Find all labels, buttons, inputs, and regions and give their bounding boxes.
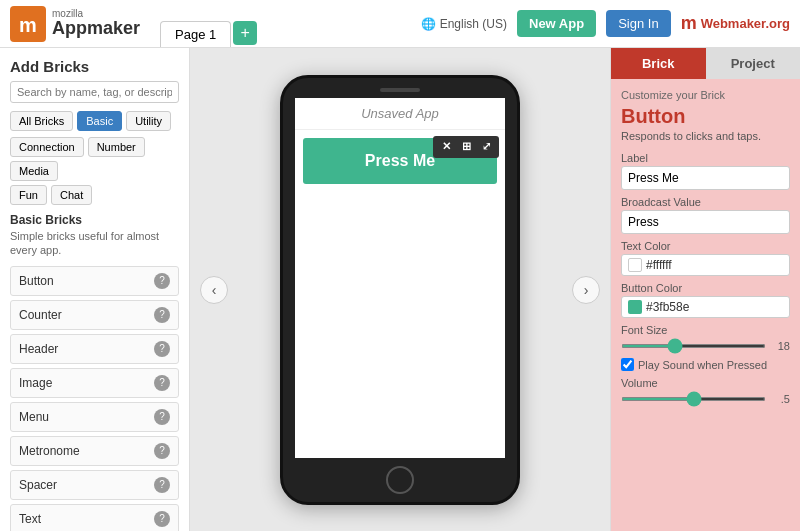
brick-move-button[interactable]: ⤢ (477, 138, 495, 156)
new-app-button[interactable]: New App (517, 10, 596, 37)
component-desc: Responds to clicks and taps. (621, 130, 790, 142)
phone-screen: Unsaved App Press Me ✕ ⊞ ⤢ (295, 98, 505, 458)
brick-metronome[interactable]: Metronome ? (10, 436, 179, 466)
brick-spacer[interactable]: Spacer ? (10, 470, 179, 500)
filter-row-1: All Bricks Basic Utility (10, 111, 179, 131)
brick-metronome-label: Metronome (19, 444, 80, 458)
topbar: m mozilla Appmaker Page 1 + 🌐 English (U… (0, 0, 800, 48)
brick-image-help[interactable]: ? (154, 375, 170, 391)
connection-indicator (503, 270, 505, 286)
volume-slider[interactable] (621, 397, 766, 401)
language-selector[interactable]: 🌐 English (US) (421, 17, 507, 31)
play-sound-label: Play Sound when Pressed (638, 359, 767, 371)
play-sound-checkbox[interactable] (621, 358, 634, 371)
right-panel: Brick Project Customize your Brick Butto… (610, 48, 800, 531)
brick-button-help[interactable]: ? (154, 273, 170, 289)
font-size-label: Font Size (621, 324, 790, 336)
brick-toolbar: ✕ ⊞ ⤢ (433, 136, 499, 158)
brick-header[interactable]: Header ? (10, 334, 179, 364)
button-color-field (621, 296, 790, 318)
center-area: ‹ Unsaved App Press Me ✕ ⊞ ⤢ › (190, 48, 610, 531)
brick-text-label: Text (19, 512, 41, 526)
phone-speaker (380, 88, 420, 92)
volume-label: Volume (621, 377, 790, 389)
brick-menu-help[interactable]: ? (154, 409, 170, 425)
text-color-field (621, 254, 790, 276)
brick-close-button[interactable]: ✕ (437, 138, 455, 156)
filter-chat[interactable]: Chat (51, 185, 92, 205)
brick-text-help[interactable]: ? (154, 511, 170, 527)
customize-subtitle: Customize your Brick (621, 89, 790, 101)
appmaker-label: Appmaker (52, 19, 140, 39)
svg-text:m: m (19, 14, 37, 36)
component-name: Button (621, 105, 790, 128)
brick-header-help[interactable]: ? (154, 341, 170, 357)
filter-fun[interactable]: Fun (10, 185, 47, 205)
brick-counter-help[interactable]: ? (154, 307, 170, 323)
main-layout: Add Bricks All Bricks Basic Utility Conn… (0, 48, 800, 531)
page-tab[interactable]: Page 1 (160, 21, 231, 47)
sign-in-button[interactable]: Sign In (606, 10, 670, 37)
left-arrow-icon: ‹ (212, 282, 217, 298)
filter-utility[interactable]: Utility (126, 111, 171, 131)
play-sound-row: Play Sound when Pressed (621, 358, 790, 371)
app-title: Unsaved App (295, 98, 505, 130)
text-color-field-label: Text Color (621, 240, 790, 252)
filter-basic[interactable]: Basic (77, 111, 122, 131)
button-brick[interactable]: Press Me ✕ ⊞ ⤢ (303, 138, 497, 184)
nav-arrow-left[interactable]: ‹ (200, 276, 228, 304)
filter-media[interactable]: Media (10, 161, 58, 181)
font-size-slider[interactable] (621, 344, 766, 348)
brick-metronome-help[interactable]: ? (154, 443, 170, 459)
volume-slider-row: .5 (621, 393, 790, 405)
text-color-swatch (628, 258, 642, 272)
globe-icon: 🌐 (421, 17, 436, 31)
tab-brick[interactable]: Brick (611, 48, 706, 79)
brick-image-label: Image (19, 376, 52, 390)
add-tab-button[interactable]: + (233, 21, 257, 45)
webmaker-link[interactable]: m Webmaker.org (681, 13, 790, 34)
brick-header-label: Header (19, 342, 58, 356)
nav-arrow-right[interactable]: › (572, 276, 600, 304)
sidebar: Add Bricks All Bricks Basic Utility Conn… (0, 48, 190, 531)
brick-text[interactable]: Text ? (10, 504, 179, 531)
brick-button-label: Button (19, 274, 54, 288)
brick-menu[interactable]: Menu ? (10, 402, 179, 432)
filter-connection[interactable]: Connection (10, 137, 84, 157)
brick-menu-label: Menu (19, 410, 49, 424)
logo-text: mozilla Appmaker (52, 8, 140, 39)
filter-row-2: Connection Number Media (10, 137, 179, 181)
brick-image[interactable]: Image ? (10, 368, 179, 398)
button-color-input[interactable] (646, 300, 783, 314)
button-color-field-label: Button Color (621, 282, 790, 294)
right-arrow-icon: › (584, 282, 589, 298)
brick-duplicate-button[interactable]: ⊞ (457, 138, 475, 156)
filter-all-bricks[interactable]: All Bricks (10, 111, 73, 131)
label-field-label: Label (621, 152, 790, 164)
brick-spacer-label: Spacer (19, 478, 57, 492)
search-input[interactable] (10, 81, 179, 103)
text-color-input[interactable] (646, 258, 783, 272)
filter-number[interactable]: Number (88, 137, 145, 157)
font-size-value: 18 (772, 340, 790, 352)
label-field-input[interactable] (621, 166, 790, 190)
brick-counter-label: Counter (19, 308, 62, 322)
broadcast-field-input[interactable] (621, 210, 790, 234)
logo-area: m mozilla Appmaker (10, 6, 140, 42)
basic-bricks-section-desc: Simple bricks useful for almost every ap… (10, 229, 179, 258)
brick-button[interactable]: Button ? (10, 266, 179, 296)
phone-home-button[interactable] (386, 466, 414, 494)
filter-row-3: Fun Chat (10, 185, 179, 205)
brick-counter[interactable]: Counter ? (10, 300, 179, 330)
mozilla-logo-icon: m (10, 6, 46, 42)
button-color-swatch (628, 300, 642, 314)
sidebar-title: Add Bricks (10, 58, 179, 75)
topbar-right: 🌐 English (US) New App Sign In m Webmake… (421, 10, 790, 37)
webmaker-m-icon: m (681, 13, 697, 34)
basic-bricks-section-title: Basic Bricks (10, 213, 179, 227)
tab-project[interactable]: Project (706, 48, 801, 79)
brick-spacer-help[interactable]: ? (154, 477, 170, 493)
tabs-area: Page 1 + (160, 0, 421, 47)
volume-value: .5 (772, 393, 790, 405)
font-size-slider-row: 18 (621, 340, 790, 352)
